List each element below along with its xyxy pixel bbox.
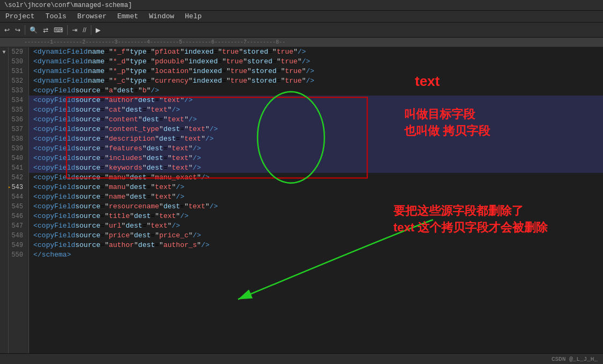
line-number: 532 (9, 76, 25, 86)
collapse-arrow[interactable]: ▼ (2, 49, 5, 55)
line-number: 530 (9, 57, 25, 67)
toolbar: ↩ ↪ 🔍 ⇄ ⌨ ⇥ // ▶ (0, 23, 603, 38)
line-number: 539 (9, 144, 25, 154)
menu-help[interactable]: Help (180, 11, 207, 21)
code-line[interactable]: <copyField source="keywords" dest="text"… (29, 163, 603, 173)
line-number: 531 (9, 67, 25, 76)
code-line[interactable]: </schema> (29, 250, 603, 260)
toolbar-btn-redo[interactable]: ↪ (13, 25, 23, 35)
code-line[interactable]: <copyField source="manu" dest="manu_exac… (29, 173, 603, 183)
code-line[interactable]: <copyField source="manu" dest="text"/> (29, 183, 603, 192)
editor-container: ▼ 52953053153253353453553653753853954054… (0, 47, 603, 353)
code-line[interactable]: <copyField source="description" dest="te… (29, 134, 603, 144)
toolbar-btn-undo[interactable]: ↩ (2, 25, 12, 35)
code-line[interactable]: <copyField source="title" dest="text"/> (29, 212, 603, 221)
toolbar-btn-indent[interactable]: ⇥ (70, 25, 80, 35)
code-line[interactable]: <dynamicField name="*_f" type="pfloat" i… (29, 47, 603, 57)
menu-emmet[interactable]: Emmet (112, 11, 143, 21)
code-line[interactable]: <copyField source="author" dest="text"/> (29, 96, 603, 105)
code-line[interactable]: <copyField source="includes" dest="text"… (29, 154, 603, 163)
line-number: 550 (9, 250, 25, 260)
line-number: 541 (9, 163, 25, 173)
ruler: --------1---------2---------3---------4-… (0, 38, 603, 47)
menu-project[interactable]: Project (0, 11, 40, 21)
line-number: 538 (9, 134, 25, 144)
line-number: 535 (9, 105, 25, 115)
toolbar-separator-3 (91, 25, 91, 35)
code-line[interactable]: <dynamicField name="*_d" type="pdouble" … (29, 57, 603, 67)
code-line[interactable]: <copyField source="author" dest="author_… (29, 241, 603, 250)
toolbar-btn-search[interactable]: 🔍 (27, 25, 40, 35)
status-bar: CSDN @_L_J_H_ (0, 353, 603, 364)
code-line[interactable]: <copyField source="url" dest="text"/> (29, 221, 603, 231)
code-line[interactable]: <copyField source="cat" dest="text"/> (29, 105, 603, 115)
line-number: 533 (9, 86, 25, 96)
code-line[interactable]: <copyField source="content" dest="text"/… (29, 115, 603, 125)
left-sidebar: ▼ (0, 47, 9, 353)
line-number: ▶543 (9, 183, 25, 192)
line-number: 548 (9, 231, 25, 241)
line-number: 542 (9, 173, 25, 183)
line-number: 544 (9, 192, 25, 202)
code-line[interactable]: <copyField source="a" dest="b"/> (29, 86, 603, 96)
line-number: 549 (9, 241, 25, 250)
toolbar-btn-format[interactable]: ⌨ (52, 25, 65, 35)
code-line[interactable]: <copyField source="resourcename" dest="t… (29, 202, 603, 212)
line-numbers: 5295305315325335345355365375385395405415… (9, 47, 29, 353)
code-line[interactable]: <copyField source="content_type" dest="t… (29, 125, 603, 134)
toolbar-separator-2 (67, 25, 68, 35)
line-number: 536 (9, 115, 25, 125)
code-line[interactable]: <copyField source="price" dest="price_c"… (29, 231, 603, 241)
line-number: 547 (9, 221, 25, 231)
line-number: 537 (9, 125, 25, 134)
title-text: \solr\jhcore\conf\managed-schema] (4, 2, 132, 9)
line-number: 529 (9, 47, 25, 57)
toolbar-separator-1 (25, 25, 25, 35)
status-text: CSDN @_L_J_H_ (551, 356, 598, 362)
line-number: 540 (9, 154, 25, 163)
menu-browser[interactable]: Browser (72, 11, 112, 21)
menu-tools[interactable]: Tools (40, 11, 72, 21)
ruler-text: --------1---------2---------3---------4-… (24, 39, 285, 45)
menu-bar: Project Tools Browser Emmet Window Help (0, 11, 603, 23)
title-bar: \solr\jhcore\conf\managed-schema] (0, 0, 603, 11)
code-area[interactable]: <dynamicField name="*_f" type="pfloat" i… (29, 47, 603, 353)
menu-window[interactable]: Window (143, 11, 180, 21)
line-number: 546 (9, 212, 25, 221)
line-number: 534 (9, 96, 25, 105)
code-line[interactable]: <copyField source="name" dest="text"/> (29, 192, 603, 202)
toolbar-btn-replace[interactable]: ⇄ (41, 25, 51, 35)
code-line[interactable]: <dynamicField name="*_p" type="location"… (29, 67, 603, 76)
code-line[interactable]: <copyField source="features" dest="text"… (29, 144, 603, 154)
line-number: 545 (9, 202, 25, 212)
toolbar-btn-comment[interactable]: // (81, 25, 89, 35)
code-line[interactable]: <dynamicField name="*_c" type="currency"… (29, 76, 603, 86)
toolbar-btn-run[interactable]: ▶ (94, 25, 103, 35)
